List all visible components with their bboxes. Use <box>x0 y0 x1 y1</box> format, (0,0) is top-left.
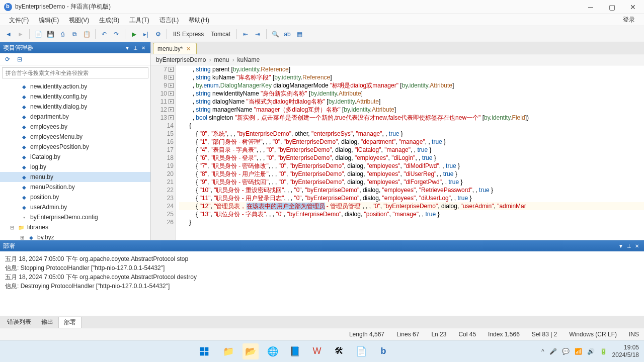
menu-help[interactable]: 帮助(H) <box>184 15 214 26</box>
dropdown-icon[interactable]: ▼ <box>617 242 625 250</box>
login-button[interactable]: 登录 <box>618 16 640 24</box>
volume-icon[interactable]: 🔊 <box>587 348 595 355</box>
crumb-file[interactable]: menu <box>212 56 231 63</box>
menu-edit[interactable]: 编辑(E) <box>34 15 64 26</box>
run-button[interactable]: ▶ <box>128 29 139 40</box>
taskbar-app-explorer[interactable]: 📁 <box>220 343 236 359</box>
tree-file[interactable]: ◆ new.identity.action.by <box>0 81 150 92</box>
back-button[interactable]: ◄ <box>3 29 14 40</box>
tree-file[interactable]: ◆ employeesMenu.by <box>0 132 150 142</box>
menu-language[interactable]: 语言(L) <box>154 15 184 26</box>
taskbar-app-wps[interactable]: W <box>309 343 325 359</box>
sidebar-toolbar: ⟳ ⊟ <box>0 53 150 65</box>
code-editor[interactable]: 7▸8▸9▸10▸11▸12▸13▸1415161718192021222324… <box>151 65 644 240</box>
tree-file[interactable]: ◆ employeesPosition.by <box>0 142 150 152</box>
file-label: new.identity.config.by <box>30 93 87 100</box>
new-file-button[interactable]: 📄 <box>33 29 44 40</box>
output-line: 信息: Destroying ProtocolHandler ["http-ni… <box>5 282 639 291</box>
close-button[interactable]: ✕ <box>626 2 640 12</box>
mic-icon[interactable]: 🎤 <box>549 348 557 355</box>
forward-button[interactable]: ► <box>15 29 26 40</box>
taskbar-app-notepad[interactable]: 📘 <box>287 343 303 359</box>
file-label: new.identity.action.by <box>30 83 87 90</box>
panel-close-icon[interactable]: ✕ <box>633 242 641 250</box>
copy-button[interactable]: ⧉ <box>69 29 80 40</box>
settings-button[interactable]: ⚙ <box>152 29 164 40</box>
tree-file[interactable]: ◆ employees.by <box>0 122 150 132</box>
start-button[interactable] <box>196 343 212 359</box>
notification-icon[interactable]: 💬 <box>562 348 570 355</box>
refresh-icon[interactable]: ⟳ <box>3 55 12 64</box>
dropdown-icon[interactable]: ▼ <box>123 44 131 52</box>
paste-button[interactable]: 📋 <box>81 29 92 40</box>
tab-deploy[interactable]: 部署 <box>58 317 82 328</box>
collapse-icon[interactable]: ⊟ <box>15 55 24 64</box>
iis-express-button[interactable]: IIS Express <box>170 29 207 40</box>
menu-build[interactable]: 生成(B) <box>94 15 124 26</box>
file-label: userAdmin.by <box>30 204 67 211</box>
expander-icon[interactable]: ⊞ <box>20 235 27 240</box>
redo-button[interactable]: ↷ <box>111 29 122 40</box>
taskbar-app-chrome[interactable]: 🌐 <box>265 343 281 359</box>
taskbar-app-doc[interactable]: 📄 <box>353 343 369 359</box>
output-line: 信息: Stopping ProtocolHandler ["http-nio-… <box>5 263 639 273</box>
status-index: Index 1,566 <box>488 331 520 338</box>
debug-button[interactable]: ▸| <box>140 29 151 40</box>
expander-icon[interactable]: ⊟ <box>10 225 17 230</box>
svg-rect-3 <box>205 351 209 355</box>
tab-menu-by[interactable]: menu.by* ✕ <box>153 43 197 54</box>
menu-file[interactable]: 文件(F) <box>4 15 34 26</box>
tree-libraries[interactable]: ⊟ 📁 libraries <box>0 222 150 232</box>
save-button[interactable]: 💾 <box>45 29 56 40</box>
crumb-symbol[interactable]: kuName <box>235 56 262 63</box>
save-all-button[interactable]: ⎙ <box>57 29 68 40</box>
grid-button[interactable]: ▦ <box>294 29 305 40</box>
output-line: 五月 18, 2024 7:05:00 下午 org.apache.coyote… <box>5 254 639 263</box>
file-icon: ◆ <box>20 82 28 90</box>
tree-file[interactable]: ◆ new.identity.dialog.by <box>0 102 150 112</box>
file-label: employeesPosition.by <box>30 143 89 150</box>
wifi-icon[interactable]: 📶 <box>575 348 582 355</box>
undo-button[interactable]: ↶ <box>99 29 110 40</box>
menu-view[interactable]: 视图(V) <box>64 15 94 26</box>
tree-file[interactable]: ◆ new.identity.config.by <box>0 92 150 102</box>
clock[interactable]: 19:05 2024/5/18 <box>612 344 639 358</box>
tree-file[interactable]: ◆ position.by <box>0 192 150 202</box>
pin-icon[interactable]: ⊥ <box>625 242 633 250</box>
tab-close-icon[interactable]: ✕ <box>186 46 192 52</box>
battery-icon[interactable]: 🔋 <box>600 348 607 355</box>
outdent-button[interactable]: ⇤ <box>240 29 251 40</box>
replace-button[interactable]: ab <box>282 29 293 40</box>
indent-button[interactable]: ⇥ <box>252 29 263 40</box>
search-input[interactable] <box>2 67 148 78</box>
taskbar-app-tool[interactable]: 🛠 <box>331 343 347 359</box>
crumb-project[interactable]: byEnterpriseDemo <box>154 56 208 63</box>
tab-errors[interactable]: 错误列表 <box>2 317 36 327</box>
panel-close-icon[interactable]: ✕ <box>139 44 147 52</box>
tree-file[interactable]: ◆ department.by <box>0 112 150 122</box>
minimize-button[interactable]: ─ <box>584 2 598 12</box>
menu-tools[interactable]: 工具(T) <box>124 15 154 26</box>
maximize-button[interactable]: ▢ <box>605 2 619 12</box>
tab-output[interactable]: 输出 <box>36 317 58 327</box>
tree-file[interactable]: ◆ iCatalog.by <box>0 152 150 162</box>
tree-file[interactable]: ◆ menu.by <box>0 172 150 182</box>
tree-file[interactable]: ◆ log.by <box>0 162 150 172</box>
file-icon: ◆ <box>20 93 28 101</box>
tree-lib-item[interactable]: ⊞ ◆ by.byz <box>0 232 150 240</box>
tree-file[interactable]: ◆ menuPosition.by <box>0 182 150 192</box>
code-content[interactable]: , string parent [by.identity.Reference] … <box>176 65 644 240</box>
clock-time: 19:05 <box>612 344 639 351</box>
file-tree[interactable]: ◆ new.identity.action.by ◆ new.identity.… <box>0 80 150 240</box>
taskbar-app-by[interactable]: b <box>375 343 391 359</box>
output-body[interactable]: 五月 18, 2024 7:05:00 下午 org.apache.coyote… <box>0 251 644 316</box>
tree-config[interactable]: ▪ byEnterpriseDemo.config <box>0 212 150 222</box>
tree-file[interactable]: ◆ userAdmin.by <box>0 202 150 212</box>
system-tray[interactable]: ^ 🎤 💬 📶 🔊 🔋 19:05 2024/5/18 <box>541 344 639 358</box>
pin-icon[interactable]: ⊥ <box>131 44 139 52</box>
taskbar-app-folder[interactable]: 📂 <box>243 343 259 359</box>
chevron-up-icon[interactable]: ^ <box>541 348 544 355</box>
tomcat-button[interactable]: Tomcat <box>208 29 233 40</box>
tab-label: menu.by* <box>157 45 183 52</box>
find-button[interactable]: 🔍 <box>270 29 281 40</box>
